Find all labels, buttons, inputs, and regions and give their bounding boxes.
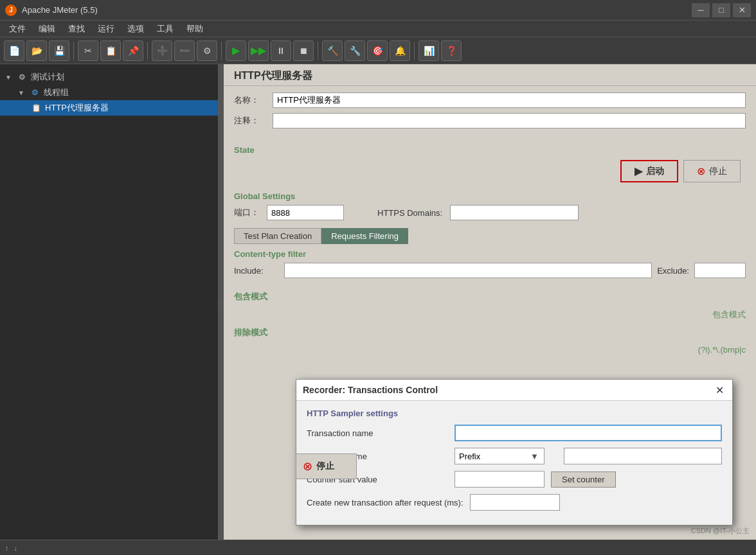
testplan-icon: ⚙ [17,72,27,82]
content-filter-section: Content-type filter Include: Exclude: [224,244,756,287]
status-bar: ↑ ↓ [0,540,756,555]
naming-scheme-wrapper: Prefix Suffix Index ▼ [455,448,557,464]
dialog-close-button[interactable]: ✕ [713,383,726,396]
state-section: State ▶ 启动 ⊗ 停止 [224,140,756,188]
toolbar-add[interactable]: ➕ [152,40,172,61]
tree-label-threadgroup: 线程组 [44,87,69,98]
toolbar-remove[interactable]: ➖ [174,40,195,61]
content-filter-label: Content-type filter [234,249,746,259]
dialog: Recorder: Transactions Control ✕ HTTP Sa… [296,379,733,525]
stop-mini-icon: ⊗ [303,459,312,473]
include-input[interactable] [284,263,652,278]
state-label: State [234,145,746,155]
start-button[interactable]: ▶ 启动 [620,160,678,182]
toolbar-pause[interactable]: ⏸ [271,40,291,61]
minimize-button[interactable]: ─ [692,3,710,17]
tab-test-plan-creation[interactable]: Test Plan Creation [234,228,321,244]
window-controls: ─ □ ✕ [692,3,751,17]
global-section: Global Settings 端口： HTTPS Domains: [224,188,756,224]
comment-input[interactable] [273,113,746,128]
left-panel: ▼ ⚙ 测试计划 ▼ ⚙ 线程组 📋 HTTP代理服务器 [0,64,219,540]
toolbar-tools1[interactable]: 🔨 [322,40,343,61]
menu-bar: 文件 编辑 查找 运行 选项 工具 帮助 [0,21,756,37]
naming-scheme-select[interactable]: Prefix Suffix Index [455,448,544,464]
watermark: CSDN @IT-小公主 [691,526,750,536]
exclude-pattern-label: 排除模式 [234,327,746,339]
naming-scheme-value-input[interactable] [564,448,722,464]
menu-options[interactable]: 选项 [121,22,150,36]
toolbar-stop[interactable]: ⏹ [293,40,314,61]
tree-expander: ▼ [5,74,13,81]
toolbar-tools4[interactable]: 🔔 [390,40,410,61]
port-label: 端口： [234,207,259,218]
https-input[interactable] [450,205,579,220]
dialog-title-bar: Recorder: Transactions Control ✕ [296,380,732,401]
tree-item-proxy[interactable]: 📋 HTTP代理服务器 [0,100,218,116]
name-label: 名称： [234,94,273,106]
stop-button[interactable]: ⊗ 停止 [683,160,741,182]
toolbar-sep4 [318,42,318,60]
comment-label: 注释： [234,115,273,127]
stop-mini-label: 停止 [316,461,334,472]
menu-help[interactable]: 帮助 [180,22,210,36]
port-input[interactable] [267,205,344,220]
toolbar-tools2[interactable]: 🔧 [345,40,365,61]
maximize-button[interactable]: □ [712,3,730,17]
exclude-label: Exclude: [657,266,689,276]
create-transaction-row: Create new transaction after request (ms… [307,494,722,511]
form-section: 名称： 注释： [224,86,756,140]
toolbar: 📄 📂 💾 ✂ 📋 📌 ➕ ➖ ⚙ ▶ ▶▶ ⏸ ⏹ 🔨 🔧 🎯 🔔 📊 ❓ [0,37,756,64]
toolbar-copy[interactable]: 📋 [100,40,121,61]
status-icon-down: ↓ [14,544,18,552]
tree-item-testplan[interactable]: ▼ ⚙ 测试计划 [0,69,218,85]
exclude-pattern-section: 排除模式 [224,323,756,342]
toolbar-tools3[interactable]: 🎯 [367,40,388,61]
toolbar-sep2 [147,42,148,60]
exclude-input[interactable] [694,263,746,278]
toolbar-paste[interactable]: 📌 [123,40,143,61]
state-buttons: ▶ 启动 ⊗ 停止 [234,160,746,182]
name-input[interactable] [273,92,746,108]
toolbar-cut[interactable]: ✂ [78,40,98,61]
menu-run[interactable]: 运行 [91,22,121,36]
stop-icon-circle: ⊗ [697,165,705,177]
toolbar-help[interactable]: ❓ [441,40,462,61]
create-transaction-input[interactable] [470,494,560,511]
toolbar-list[interactable]: 📊 [419,40,439,61]
menu-edit[interactable]: 编辑 [32,22,62,36]
toolbar-new[interactable]: 📄 [4,40,24,61]
global-row: 端口： HTTPS Domains: [234,205,746,220]
name-row: 名称： [234,92,746,108]
status-icon-up: ↑ [5,544,9,552]
toolbar-save[interactable]: 💾 [49,40,69,61]
dialog-content: HTTP Sampler settings Transaction name N… [296,401,732,525]
menu-find[interactable]: 查找 [62,22,91,36]
toolbar-sep5 [414,42,415,60]
drag-handle[interactable]: ⋮ [219,64,224,540]
toolbar-play[interactable]: ▶ [226,40,246,61]
comment-row: 注释： [234,113,746,128]
toolbar-open[interactable]: 📂 [26,40,47,61]
set-counter-button[interactable]: Set counter [551,471,616,488]
toolbar-settings[interactable]: ⚙ [197,40,217,61]
dialog-title: Recorder: Transactions Control [303,385,438,395]
exclude-pattern-text: (?i).*\.(bmp|c [698,345,746,355]
tree-label-proxy: HTTP代理服务器 [45,102,109,114]
panel-header: HTTP代理服务器 [224,64,756,86]
close-button[interactable]: ✕ [733,3,751,17]
menu-tools[interactable]: 工具 [150,22,180,36]
dialog-section-title: HTTP Sampler settings [307,409,722,418]
tab-requests-filtering[interactable]: Requests Filtering [321,228,408,244]
counter-row: Counter start value Set counter [307,471,722,488]
include-pattern-text: 包含模式 [712,309,746,321]
transaction-name-input[interactable] [455,425,722,441]
menu-file[interactable]: 文件 [3,22,32,36]
app-icon: J [5,4,17,16]
tree-item-threadgroup[interactable]: ▼ ⚙ 线程组 [0,85,218,100]
tree-label-testplan: 测试计划 [31,71,64,83]
play-icon: ▶ [634,165,642,177]
counter-start-input[interactable] [455,471,544,488]
exclude-pattern-display: (?i).*\.(bmp|c [224,342,756,357]
include-row: Include: Exclude: [234,263,746,278]
toolbar-play-no-pauses[interactable]: ▶▶ [248,40,269,61]
